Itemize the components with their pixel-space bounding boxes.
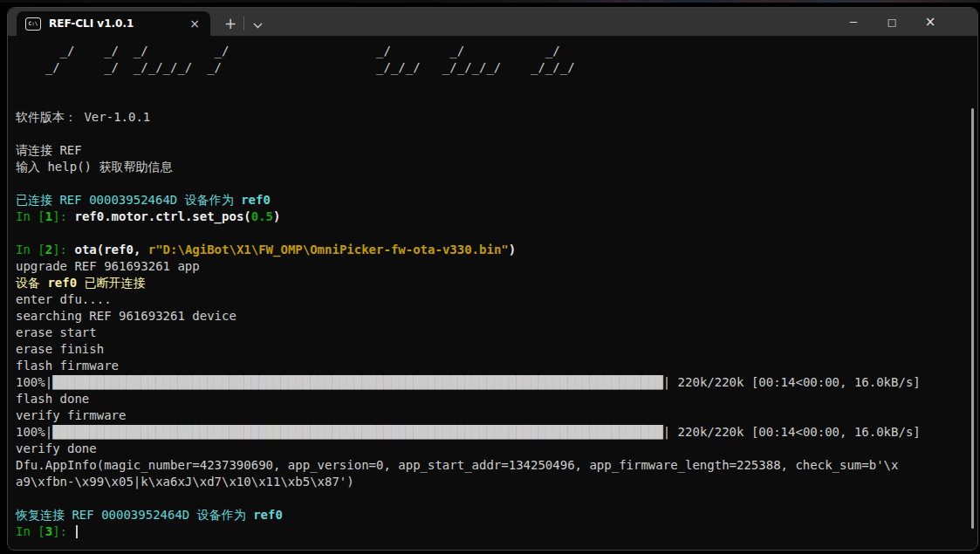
terminal-line — [16, 126, 977, 142]
terminal-window: C:\ REF-CLI v1.0.1 × + ─ □ × _/ _/ _/ _/… — [7, 7, 978, 551]
cmd-prompt-icon: C:\ — [25, 17, 41, 31]
terminal-text-segment: | 220k/220k [00:14<00:00, 16.0kB/s] — [663, 375, 921, 389]
tab-title: REF-CLI v1.0.1 — [49, 17, 180, 30]
terminal-text-segment: erase start — [16, 325, 97, 339]
terminal-text-segment: 0.5 — [251, 209, 273, 223]
terminal-text-segment: upgrade REF 961693261 app — [16, 259, 200, 273]
terminal-text-segment: 1 — [45, 209, 52, 223]
terminal-line — [16, 92, 977, 109]
window-controls: ─ □ × — [834, 8, 949, 36]
terminal-line: 输入 help() 获取帮助信息 — [16, 159, 977, 175]
terminal-text-segment: 100%| — [16, 425, 52, 439]
terminal-text-segment: Dfu.AppInfo(magic_number=4237390690, app… — [16, 458, 898, 472]
terminal-line: erase finish — [16, 341, 977, 358]
terminal-text-segment: 3 — [45, 524, 52, 538]
chevron-down-icon — [253, 16, 263, 32]
terminal-text-segment: 软件版本： Ver-1.0.1 — [16, 110, 150, 124]
terminal-text-segment: ]: — [52, 524, 74, 538]
terminal-line: 软件版本： Ver-1.0.1 — [16, 109, 977, 126]
terminal-line: flash done — [16, 391, 977, 407]
terminal-line: _/ _/ _/_/_/_/ _/ _/_/_/ _/_/_/_/ _/_/_/ — [16, 59, 977, 76]
terminal-text-segment: ota(ref0, — [74, 243, 147, 256]
terminal-text-segment: _/ _/ _/ _/ _/ _/ _/ — [16, 44, 560, 58]
terminal-text-segment: 输入 help() 获取帮助信息 — [16, 160, 172, 174]
terminal-text-segment: ████████████████████████████████████████… — [52, 375, 663, 389]
terminal-line: 100%|███████████████████████████████████… — [16, 374, 977, 391]
terminal-text-segment: 2 — [45, 243, 52, 256]
terminal-text-segment: | 220k/220k [00:14<00:00, 16.0kB/s] — [663, 425, 921, 439]
terminal-text-segment: 恢复连接 REF 00003952464D 设备作为 — [16, 508, 253, 522]
terminal-text-segment: flash done — [16, 392, 89, 406]
close-button[interactable]: × — [911, 8, 949, 36]
terminal-line — [16, 175, 977, 192]
terminal-line — [16, 76, 977, 92]
terminal-text-segment: 100%| — [16, 375, 52, 389]
terminal-text-segment: verify done — [16, 441, 97, 455]
terminal-text-segment: In [ — [16, 209, 45, 223]
terminal-text-segment: enter dfu.... — [16, 292, 112, 306]
terminal-line: 恢复连接 REF 00003952464D 设备作为 ref0 — [16, 507, 977, 523]
terminal-line: In [2]: ota(ref0, r"D:\AgiBot\X1\FW_OMP\… — [16, 242, 977, 258]
terminal-line: upgrade REF 961693261 app — [16, 258, 977, 275]
terminal-text-segment: ref0 — [241, 193, 271, 207]
terminal-line: enter dfu.... — [16, 291, 977, 308]
terminal-text-segment: ████████████████████████████████████████… — [52, 425, 663, 439]
terminal-line: erase start — [16, 325, 977, 341]
text-cursor — [76, 525, 78, 538]
screen-edge-artifact — [0, 0, 980, 3]
terminal-line — [16, 225, 977, 242]
terminal-text-segment: searching REF 961693261 device — [16, 309, 236, 323]
terminal-line: _/ _/ _/ _/ _/ _/ _/ — [16, 43, 977, 59]
terminal-text-segment: ref0 — [253, 508, 283, 522]
terminal-line: searching REF 961693261 device — [16, 308, 977, 325]
terminal-line: verify done — [16, 441, 977, 457]
terminal-text-segment: ]: — [52, 243, 74, 256]
terminal-text-segment: In [ — [16, 243, 45, 256]
terminal-text-segment: a9\xfbn-\x99\x05|k\xa6xJ\xd7\x10\x11\xb5… — [16, 475, 354, 489]
terminal-text-segment: ) — [273, 209, 280, 223]
scrollbar-thumb[interactable] — [971, 108, 974, 529]
terminal-text-segment: ]: — [52, 209, 74, 223]
terminal-line — [16, 490, 977, 507]
terminal-text-segment: ref0 — [47, 276, 77, 290]
terminal-text-segment: ref0.motor.ctrl.set_pos( — [74, 209, 250, 223]
terminal-line: 100%|███████████████████████████████████… — [16, 424, 977, 441]
titlebar: C:\ REF-CLI v1.0.1 × + ─ □ × — [8, 8, 977, 36]
terminal-text-segment: 请连接 REF — [16, 143, 82, 157]
terminal-line: verify firmware — [16, 407, 977, 424]
terminal-text-segment: erase finish — [16, 342, 104, 356]
minimize-button[interactable]: ─ — [834, 8, 873, 36]
terminal-text-segment: _/ _/ _/_/_/_/ _/ _/_/_/ _/_/_/_/ _/_/_/ — [16, 60, 575, 74]
terminal-text-segment: r"D:\AgiBot\X1\FW_OMP\OmniPicker-fw-ota-… — [148, 243, 509, 256]
terminal-line: 已连接 REF 00003952464D 设备作为 ref0 — [16, 192, 977, 209]
terminal-text-segment: 已连接 REF 00003952464D 设备作为 — [16, 193, 241, 207]
terminal-line: Dfu.AppInfo(magic_number=4237390690, app… — [16, 457, 977, 474]
terminal-text-segment: 已断开连接 — [77, 276, 145, 290]
terminal-line: 请连接 REF — [16, 142, 977, 159]
tab-dropdown-button[interactable] — [244, 11, 271, 36]
terminal-line: a9\xfbn-\x99\x05|k\xa6xJ\xd7\x10\x11\xb5… — [16, 474, 977, 490]
new-tab-button[interactable]: + — [217, 11, 243, 36]
terminal-text-segment: flash firmware — [16, 359, 119, 373]
maximize-button[interactable]: □ — [873, 8, 911, 36]
terminal-text-segment: In [ — [16, 524, 45, 538]
terminal-content[interactable]: _/ _/ _/ _/ _/ _/ _/ _/ _/ _/_/_/_/ _/ _… — [9, 36, 977, 549]
terminal-line: flash firmware — [16, 358, 977, 374]
terminal-text-segment: verify firmware — [16, 408, 126, 422]
terminal-line: 设备 ref0 已断开连接 — [16, 275, 977, 291]
terminal-text-segment: 设备 — [16, 276, 47, 290]
tab-close-button[interactable]: × — [188, 17, 202, 30]
terminal-text-segment: ) — [509, 243, 516, 256]
terminal-line: In [1]: ref0.motor.ctrl.set_pos(0.5) — [16, 209, 977, 225]
cmd-icon-label: C:\ — [29, 21, 38, 26]
terminal-line: In [3]: — [16, 523, 977, 540]
tab-ref-cli[interactable]: C:\ REF-CLI v1.0.1 × — [17, 11, 210, 36]
